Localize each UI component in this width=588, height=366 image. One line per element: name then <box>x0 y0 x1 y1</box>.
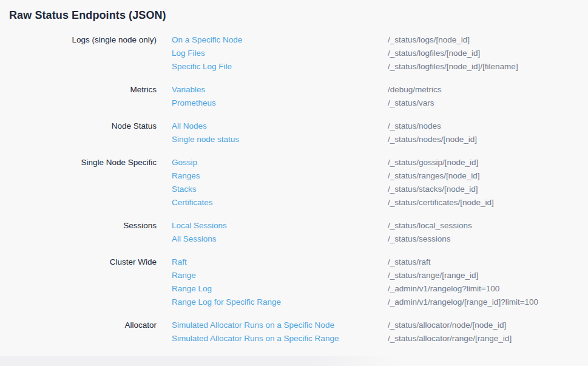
endpoint-link[interactable]: Stacks <box>172 183 388 196</box>
endpoint-table: Logs (single node only)On a Specific Nod… <box>9 33 579 345</box>
category-label: Sessions <box>9 219 157 246</box>
endpoint-links: On a Specific NodeLog FilesSpecific Log … <box>157 33 388 73</box>
endpoint-path: /_status/allocator/range/[range_id] <box>388 332 579 345</box>
endpoint-path: /_status/certificates/[node_id] <box>388 196 579 209</box>
endpoint-paths: /_status/nodes/_status/nodes/[node_id] <box>388 120 579 146</box>
endpoint-section: MetricsVariablesPrometheus/debug/metrics… <box>9 83 579 110</box>
endpoint-link[interactable]: Specific Log File <box>172 60 388 73</box>
category-label: Node Status <box>9 120 157 146</box>
endpoint-section: SessionsLocal SessionsAll Sessions/_stat… <box>9 219 579 246</box>
endpoint-link[interactable]: All Nodes <box>172 120 388 133</box>
endpoint-path: /_status/ranges/[node_id] <box>388 169 579 183</box>
endpoint-links: All NodesSingle node status <box>157 120 388 146</box>
endpoint-path: /_status/range/[range_id] <box>388 269 579 282</box>
endpoint-path: /_status/allocator/node/[node_id] <box>388 319 579 332</box>
endpoint-link[interactable]: On a Specific Node <box>172 33 388 47</box>
endpoint-path: /_status/nodes/[node_id] <box>388 133 579 146</box>
endpoint-paths: /_status/allocator/node/[node_id]/_statu… <box>388 319 579 345</box>
endpoint-path: /_status/gossip/[node_id] <box>388 156 579 169</box>
endpoint-path: /_status/vars <box>388 97 579 110</box>
endpoint-link[interactable]: Log Files <box>172 47 388 60</box>
endpoint-link[interactable]: Prometheus <box>172 97 388 110</box>
endpoint-path: /_status/logfiles/[node_id]/[filename] <box>388 60 579 73</box>
endpoint-path: /_admin/v1/rangelog?limit=100 <box>388 282 579 296</box>
endpoint-paths: /_status/gossip/[node_id]/_status/ranges… <box>388 156 579 209</box>
endpoint-link[interactable]: Local Sessions <box>172 219 388 232</box>
endpoint-link[interactable]: Raft <box>172 256 388 269</box>
page-title: Raw Status Endpoints (JSON) <box>9 8 579 22</box>
endpoint-links: GossipRangesStacksCertificates <box>157 156 388 209</box>
endpoint-link[interactable]: All Sessions <box>172 232 388 246</box>
endpoint-section: Node StatusAll NodesSingle node status/_… <box>9 120 579 146</box>
endpoint-path: /_status/logs/[node_id] <box>388 33 579 47</box>
endpoint-path: /_admin/v1/rangelog/[range_id]?limit=100 <box>388 296 579 309</box>
endpoint-path: /_status/stacks/[node_id] <box>388 183 579 196</box>
category-label: Cluster Wide <box>9 256 157 309</box>
endpoint-path: /_status/raft <box>388 256 579 269</box>
endpoint-section: Logs (single node only)On a Specific Nod… <box>9 33 579 73</box>
bottom-panel-edge <box>0 356 400 366</box>
endpoint-paths: /_status/local_sessions/_status/sessions <box>388 219 579 246</box>
endpoint-link[interactable]: Simulated Allocator Runs on a Specific R… <box>172 332 388 345</box>
endpoint-link[interactable]: Range Log <box>172 282 388 296</box>
endpoint-link[interactable]: Single node status <box>172 133 388 146</box>
endpoint-path: /_status/nodes <box>388 120 579 133</box>
endpoint-path: /_status/sessions <box>388 232 579 246</box>
endpoint-section: AllocatorSimulated Allocator Runs on a S… <box>9 319 579 345</box>
endpoint-link[interactable]: Gossip <box>172 156 388 169</box>
category-label: Single Node Specific <box>9 156 157 209</box>
endpoint-section: Single Node SpecificGossipRangesStacksCe… <box>9 156 579 209</box>
endpoint-paths: /_status/logs/[node_id]/_status/logfiles… <box>388 33 579 73</box>
endpoint-link[interactable]: Certificates <box>172 196 388 209</box>
endpoint-path: /_status/local_sessions <box>388 219 579 232</box>
endpoint-path: /debug/metrics <box>388 83 579 97</box>
endpoint-link[interactable]: Ranges <box>172 169 388 183</box>
category-label: Metrics <box>9 83 157 110</box>
endpoint-link[interactable]: Variables <box>172 83 388 97</box>
raw-status-endpoints-page: Raw Status Endpoints (JSON) Logs (single… <box>0 0 588 366</box>
endpoint-links: Local SessionsAll Sessions <box>157 219 388 246</box>
endpoint-links: RaftRangeRange LogRange Log for Specific… <box>157 256 388 309</box>
endpoint-paths: /debug/metrics/_status/vars <box>388 83 579 110</box>
endpoint-link[interactable]: Simulated Allocator Runs on a Specific N… <box>172 319 388 332</box>
endpoint-links: Simulated Allocator Runs on a Specific N… <box>157 319 388 345</box>
category-label: Allocator <box>9 319 157 345</box>
endpoint-paths: /_status/raft/_status/range/[range_id]/_… <box>388 256 579 309</box>
endpoint-link[interactable]: Range Log for Specific Range <box>172 296 388 309</box>
category-label: Logs (single node only) <box>9 33 157 73</box>
endpoint-link[interactable]: Range <box>172 269 388 282</box>
endpoint-path: /_status/logfiles/[node_id] <box>388 47 579 60</box>
endpoint-section: Cluster WideRaftRangeRange LogRange Log … <box>9 256 579 309</box>
endpoint-links: VariablesPrometheus <box>157 83 388 110</box>
